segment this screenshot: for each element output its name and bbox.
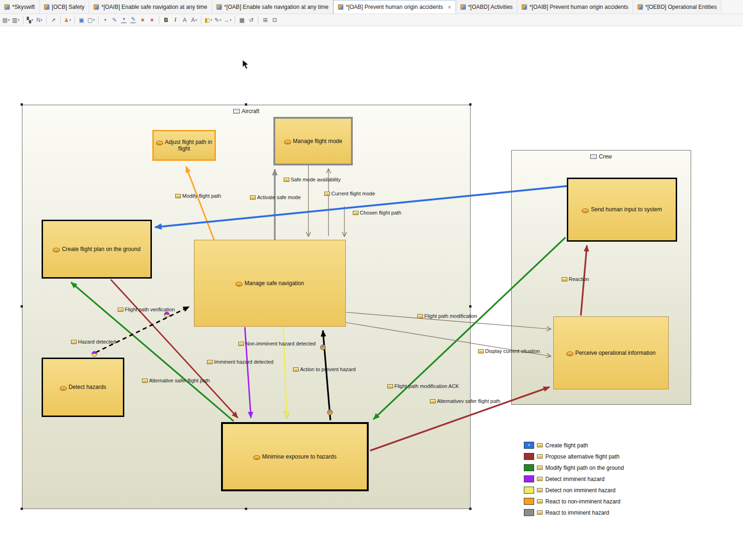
delete-from-model-button[interactable]: ×	[148, 15, 156, 25]
exchange-label-safe-mode-availability[interactable]: →Safe mode availability	[284, 177, 341, 182]
toolbar-separator	[159, 16, 159, 24]
edit-style-button[interactable]: ✎	[111, 15, 119, 25]
copy-icon: ▣	[79, 17, 84, 23]
node-manage-safe-navigation[interactable]: →Manage safe navigation	[194, 240, 346, 327]
exchange-icon: →	[537, 477, 543, 481]
selection-handle[interactable]	[245, 508, 247, 510]
exchange-icon: →	[387, 384, 393, 388]
tab-label: *[OAIB] Enable safe navigation at any ti…	[101, 4, 207, 10]
exchange-label-non-imminent-hazard-detected[interactable]: →Non-imminent hazard detected	[238, 341, 315, 346]
node-create-flight-plan-on-the-ground[interactable]: →Create flight plan on the ground	[42, 220, 152, 279]
filters-button[interactable]: ▚▾	[26, 15, 34, 25]
operational-activity-icon: →	[236, 282, 243, 287]
toolbar-separator	[98, 16, 99, 24]
legend-swatch	[524, 509, 534, 516]
chevron-down-icon: ▾	[69, 18, 71, 22]
default-style-button[interactable]: •	[101, 15, 109, 25]
label-caption: LABEL	[121, 22, 127, 24]
node-perceive-operational-information[interactable]: →Perceive operational information	[553, 316, 669, 389]
line-style-button[interactable]: →▾	[223, 15, 232, 25]
operational-activity-icon: →	[566, 352, 573, 356]
legend-item-create-flight-path[interactable]: ×→Create flight path	[524, 442, 624, 449]
tab-oab-prevent-human-origin-accidents[interactable]: *[OAB] Prevent human origin accidents×	[333, 0, 456, 14]
exchange-label-modify-flight-path[interactable]: →Modify flight path	[175, 193, 221, 199]
exchange-label-flight-path-modification-ack[interactable]: →Flight path modification ACK	[387, 383, 459, 389]
close-icon[interactable]: ×	[448, 4, 451, 10]
tab-skyswift[interactable]: *Skyswift	[0, 0, 40, 14]
italic-button[interactable]: I	[171, 15, 179, 25]
tab-label: *Skyswift	[12, 4, 35, 10]
selection-handle[interactable]	[469, 508, 472, 510]
dot-icon: •	[104, 17, 106, 23]
diagram-icon	[44, 4, 50, 10]
exchange-icon: →	[537, 443, 543, 447]
legend-item-react-to-non-imminent-hazard[interactable]: →React to non-imminent hazard	[524, 498, 624, 505]
node-label: Send human input to system	[591, 206, 662, 213]
node-adjust-flight-path-in-flight[interactable]: →Adjust flight path in flight	[152, 130, 216, 161]
tab-oaib-prevent-human-origin-accidents[interactable]: *[OAIB] Prevent human origin accidents	[517, 0, 633, 14]
tab-oabd-activities[interactable]: *[OABD] Activities	[456, 0, 517, 14]
exchange-label-activate-safe-mode[interactable]: →Activate safe mode	[250, 194, 301, 200]
outline-button[interactable]: ▤▾	[2, 15, 10, 25]
copy-format-button[interactable]: ▣	[78, 15, 86, 25]
selection-handle[interactable]	[469, 305, 472, 308]
snapshot-button[interactable]: ⊡	[271, 15, 279, 25]
exchange-label-action-to-prevent-hazard[interactable]: →Action to prevent hazard	[293, 366, 356, 372]
exchange-label-imminent-hazard-detected[interactable]: →Imminent hazard detected	[207, 359, 273, 365]
font-style-button[interactable]: A	[181, 15, 189, 25]
diagram-canvas[interactable]: Aircraft Crew	[0, 26, 743, 560]
exchange-label-alternativev-safer-flight-path[interactable]: →Alternativev safer flight path	[430, 398, 500, 404]
exchange-label-hazard-detected[interactable]: →Hazard detected	[71, 339, 116, 345]
insert-image-button[interactable]: ▦	[238, 15, 246, 25]
delete-icon: ×	[141, 17, 144, 23]
bold-button[interactable]: B	[162, 15, 170, 25]
exchange-label-chosen-flight-path[interactable]: →Chosen flight path	[353, 210, 401, 215]
legend-item-detect-non-imminent-hazard[interactable]: →Detect non imminent hazard	[524, 487, 624, 494]
show-label-button[interactable]: •LABEL	[120, 15, 128, 25]
fill-color-button[interactable]: ◧▾	[204, 15, 213, 25]
node-manage-flight-mode[interactable]: →Manage flight mode	[273, 117, 353, 165]
view-mode-button[interactable]: ▥▾	[12, 15, 20, 25]
selection-handle[interactable]	[21, 103, 23, 106]
hide-label-button[interactable]: ✎LABEL	[129, 15, 137, 25]
legend-item-detect-imminent-hazard[interactable]: →Detect imminent hazard	[524, 475, 624, 482]
dot-icon: •	[123, 16, 125, 22]
chevron-down-icon: ▾	[230, 18, 232, 22]
selection-handle[interactable]	[245, 103, 247, 106]
exchange-icon: →	[353, 211, 358, 215]
reset-icon: ↺	[249, 17, 254, 23]
legend-item-react-to-imminent-hazard[interactable]: →React to imminent hazard	[524, 509, 624, 516]
add-note-button[interactable]: N▾	[36, 15, 43, 25]
node-minimise-exposure-to-hazards[interactable]: →Minimise exposure to hazards	[221, 422, 369, 491]
reset-style-button[interactable]: ↺	[247, 15, 255, 25]
node-send-human-input-to-system[interactable]: →Send human input to system	[567, 178, 677, 242]
selection-handle[interactable]	[21, 305, 23, 308]
selection-handle[interactable]	[469, 103, 472, 106]
toolbar-separator	[60, 16, 61, 24]
export-image-button[interactable]: ↗	[50, 15, 57, 25]
exchange-label-alternative-safer-flight-path[interactable]: →Alternative safer flight path	[142, 378, 210, 383]
exchange-label-display-current-situation[interactable]: →Display current situation	[478, 348, 540, 354]
exchange-label-flight-path-modification[interactable]: →Flight path modification	[417, 313, 477, 319]
exchange-label-current-flight-mode[interactable]: →Current flight mode	[324, 191, 375, 196]
export-icon: ↗	[51, 17, 56, 23]
legend-item-modify-flight-path-on-the-ground[interactable]: →Modify flight path on the ground	[524, 464, 624, 471]
delete-from-diagram-button[interactable]: ×	[139, 15, 147, 25]
exchange-label-reaction[interactable]: →Reaction	[562, 276, 589, 282]
tab-oab-enable-safe-navigation[interactable]: *[OAB] Enable safe navigation at any tim…	[212, 0, 333, 14]
tab-ocb-safety[interactable]: [OCB] Safety	[40, 0, 89, 14]
font-color-button[interactable]: A▾	[190, 15, 198, 25]
legend-swatch	[524, 487, 534, 494]
paste-format-button[interactable]: ▢▾	[87, 15, 95, 25]
note-icon: N	[36, 17, 41, 23]
legend-item-propose-alternative-flight-path[interactable]: →Propose alternative flight path	[524, 453, 624, 460]
exchange-label-flight-path-verification[interactable]: →Flight path verification	[118, 307, 175, 312]
tab-oebd-operational-entities[interactable]: *[OEBD] Operational Entities	[633, 0, 722, 14]
allocation-button[interactable]: ♟▾	[64, 15, 71, 25]
node-detect-hazards[interactable]: →Detect hazards	[42, 358, 124, 417]
snapshot-icon: ⊡	[272, 17, 277, 23]
line-color-button[interactable]: ✎▾	[214, 15, 222, 25]
selection-handle[interactable]	[21, 508, 23, 510]
tab-oaib-enable-safe-navigation[interactable]: *[OAIB] Enable safe navigation at any ti…	[89, 0, 212, 14]
arrange-button[interactable]: ⊞	[261, 15, 269, 25]
